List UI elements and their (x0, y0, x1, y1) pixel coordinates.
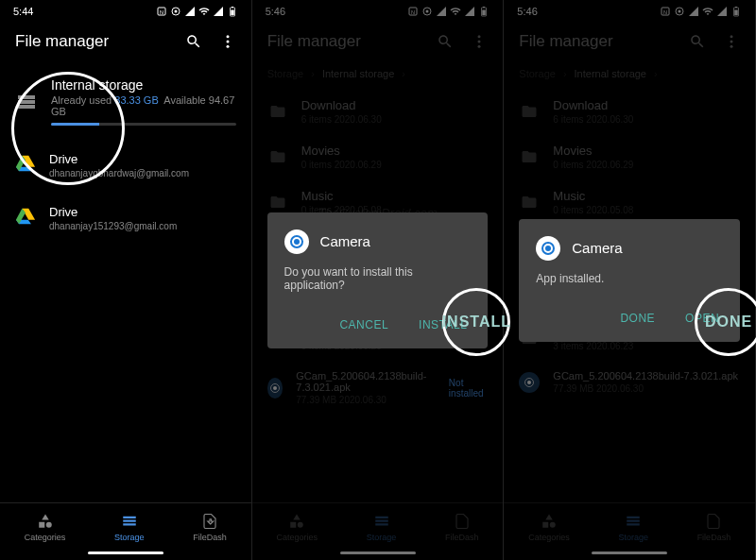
camera-app-icon (284, 229, 309, 254)
camera-app-icon (536, 236, 560, 261)
gesture-bar (88, 552, 163, 554)
phone-screen-3: 5:46 N File manager Storage›Internal sto… (504, 0, 756, 560)
cancel-button[interactable]: CANCEL (335, 311, 392, 339)
svg-rect-12 (18, 105, 35, 109)
svg-rect-15 (123, 517, 136, 518)
nav-storage[interactable]: Storage (114, 513, 145, 542)
done-dialog: Camera App installed. DONE OPEN (519, 219, 740, 342)
storage-progress (51, 123, 236, 126)
drive-icon (15, 206, 36, 230)
dialog-message: App installed. (536, 272, 723, 285)
header-title: File manager (15, 32, 109, 51)
storage-title: Internal storage (51, 77, 236, 93)
drive-email: dhananjay151293@gmail.com (49, 221, 177, 231)
nav-filedash[interactable]: FileDash (193, 513, 227, 542)
bottom-nav: Categories Storage FileDash (0, 502, 251, 548)
svg-point-3 (174, 10, 177, 13)
svg-point-8 (226, 41, 229, 43)
more-icon[interactable] (219, 33, 236, 50)
status-bar: 5:44 N (0, 0, 251, 23)
svg-point-13 (45, 522, 51, 528)
svg-rect-11 (18, 100, 35, 104)
svg-text:N: N (160, 9, 163, 15)
svg-rect-6 (232, 7, 233, 8)
internal-storage-card[interactable]: Internal storage Already used 33.33 GB A… (0, 64, 251, 139)
svg-point-7 (226, 35, 229, 38)
install-button[interactable]: INSTALL (415, 311, 471, 339)
storage-icon (15, 91, 38, 113)
storage-subtitle: Already used 33.33 GB Available 94.67 GB (51, 94, 236, 117)
install-dialog: Camera Do you want to install this appli… (267, 212, 489, 348)
open-button[interactable]: OPEN (681, 304, 723, 332)
drive-account-1[interactable]: Drive dhananjaygbhardwaj@gmail.com (0, 139, 251, 192)
drive-account-2[interactable]: Drive dhananjay151293@gmail.com (0, 192, 251, 245)
phone-screen-2: 5:46 N File manager Storage›Internal sto… (252, 0, 505, 560)
dialog-title: Camera (572, 240, 622, 256)
dialog-message: Do you want to install this application? (284, 265, 472, 292)
status-icons: N (156, 6, 238, 17)
svg-rect-10 (18, 95, 35, 99)
phone-screen-1: 5:44 N File manager Internal storage Alr… (0, 0, 252, 560)
status-time: 5:44 (13, 6, 33, 17)
drive-email: dhananjaygbhardwaj@gmail.com (49, 168, 189, 178)
app-header: File manager (0, 23, 251, 64)
svg-rect-16 (123, 520, 136, 522)
install-dialog-overlay: Camera Do you want to install this appli… (252, 0, 504, 560)
search-icon[interactable] (185, 33, 202, 50)
drive-title: Drive (49, 152, 189, 166)
drive-icon (15, 153, 36, 178)
svg-rect-5 (231, 10, 234, 16)
dialog-title: Camera (320, 233, 370, 249)
done-button[interactable]: DONE (616, 304, 659, 332)
nav-categories[interactable]: Categories (25, 513, 66, 542)
drive-title: Drive (49, 205, 177, 219)
svg-point-9 (226, 45, 229, 48)
svg-rect-17 (123, 523, 136, 525)
svg-rect-14 (39, 522, 44, 528)
done-dialog-overlay: Camera App installed. DONE OPEN (504, 0, 755, 560)
